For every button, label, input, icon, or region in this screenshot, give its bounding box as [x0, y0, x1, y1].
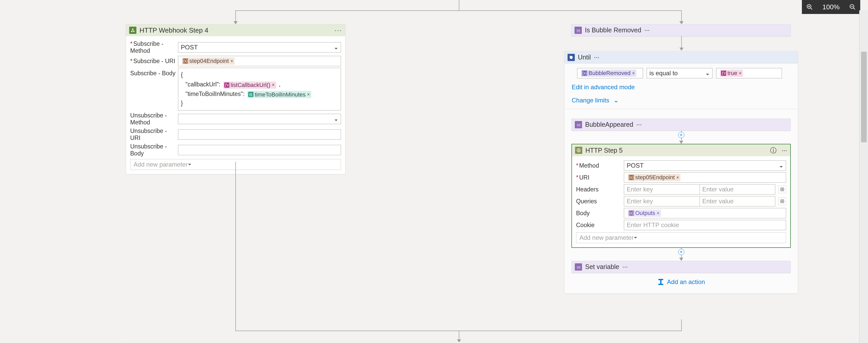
header-value-input[interactable]: Enter value [700, 184, 776, 195]
body-input[interactable]: {x}Outputs× [624, 208, 786, 218]
method-label: Method [579, 162, 599, 169]
unsubscribe-body-label: Unsubscribe - Body [130, 143, 167, 157]
info-icon[interactable]: ⓘ [770, 146, 777, 155]
timetoboil-chip[interactable]: ⧉timeToBoilInMinutes× [247, 91, 311, 98]
chevron-down-icon [779, 163, 783, 170]
card-menu-button[interactable]: ··· [622, 263, 628, 270]
is-bubble-removed-title: Is Bubble Removed [585, 26, 641, 34]
listcallbackurl-chip[interactable]: ƒxlistCallbackUrl()× [223, 82, 276, 89]
cookie-input[interactable]: Enter HTTP cookie [624, 220, 786, 230]
endpoint-chip[interactable]: {x}step04Endpoint× [182, 57, 235, 65]
add-action-link[interactable]: Add an action [667, 278, 705, 286]
header-key-input[interactable]: Enter key [624, 184, 700, 195]
insert-step-button[interactable]: + [678, 132, 684, 138]
chevron-down-icon [334, 45, 338, 52]
cookie-label: Cookie [576, 222, 595, 228]
chip-remove-icon[interactable]: × [676, 175, 679, 180]
until-container: Until ··· {x}BubbleRemoved× is equal to … [564, 51, 798, 294]
next-card-peek [121, 342, 798, 343]
variable-icon: {x} [575, 27, 582, 34]
outputs-chip[interactable]: {x}Outputs× [628, 209, 661, 217]
card-menu-button[interactable]: ··· [644, 26, 650, 34]
chip-remove-icon[interactable]: × [657, 210, 659, 216]
uri-label: URI [579, 174, 590, 181]
unsubscribe-method-label: Unsubscribe - Method [130, 112, 167, 126]
svg-rect-16 [658, 279, 663, 280]
svg-rect-17 [660, 280, 661, 284]
unsubscribe-uri-label: Unsubscribe - URI [130, 127, 167, 141]
chip-remove-icon[interactable]: × [272, 81, 275, 89]
bubble-appeared-title: BubbleAppeared [585, 121, 633, 128]
until-right-operand[interactable]: ƒxtrue× [716, 68, 782, 78]
method-select[interactable]: POST [624, 161, 786, 171]
card-menu-button[interactable]: ··· [335, 26, 342, 34]
chevron-down-icon [188, 161, 192, 168]
card-menu-button[interactable]: ··· [594, 54, 599, 61]
unsubscribe-uri-input[interactable] [178, 129, 341, 140]
http-webhook-step4-card: HTTP Webhook Step 4 ··· *Subscribe - Met… [126, 24, 345, 174]
vertical-scrollbar[interactable] [859, 10, 868, 343]
subscribe-body-label: Subscribe - Body [130, 70, 176, 77]
http-icon [575, 147, 582, 154]
http-webhook-step4-title: HTTP Webhook Step 4 [140, 26, 208, 34]
until-operator-select[interactable]: is equal to [647, 68, 712, 78]
is-bubble-removed-card[interactable]: {x} Is Bubble Removed ··· [571, 24, 791, 36]
svg-text:{x}: {x} [577, 265, 581, 269]
insert-step-button[interactable]: + [678, 249, 684, 255]
chevron-down-icon [334, 117, 338, 124]
until-title: Until [578, 54, 591, 61]
subscribe-uri-input[interactable]: {x}step04Endpoint× [178, 56, 341, 66]
set-variable-card[interactable]: {x} Set variable ··· [571, 261, 791, 273]
http-step5-title[interactable]: HTTP Step 5 [585, 147, 767, 154]
queries-label: Queries [576, 198, 597, 205]
svg-rect-14 [781, 200, 784, 203]
query-key-input[interactable]: Enter key [624, 196, 700, 206]
svg-rect-18 [658, 284, 663, 285]
switch-mode-button[interactable] [778, 185, 786, 193]
bubbleremoved-chip[interactable]: {x}BubbleRemoved× [581, 69, 636, 77]
chip-remove-icon[interactable]: × [230, 58, 233, 64]
edit-advanced-link[interactable]: Edit in advanced mode [572, 84, 635, 90]
card-menu-button[interactable]: ··· [636, 121, 642, 128]
subscribe-method-select[interactable]: POST [178, 42, 341, 53]
add-action-icon [657, 278, 664, 286]
chevron-down-icon: ⌄ [613, 96, 619, 104]
true-chip[interactable]: ƒxtrue× [720, 69, 743, 77]
variable-icon: {x} [575, 121, 582, 128]
set-variable-title: Set variable [585, 263, 619, 270]
unsubscribe-body-input[interactable] [178, 145, 341, 155]
svg-rect-13 [781, 188, 784, 191]
svg-line-1 [810, 8, 812, 9]
svg-line-5 [853, 8, 855, 9]
http-step5-card: HTTP Step 5 ⓘ ··· *Method POST *URI {x [571, 144, 791, 248]
add-new-parameter-select[interactable]: Add new parameter [576, 232, 786, 243]
variable-icon: {x} [575, 263, 582, 270]
zoom-level: 100% [823, 3, 840, 11]
change-limits-link[interactable]: Change limits [572, 97, 609, 104]
chip-remove-icon[interactable]: × [307, 91, 310, 98]
bubble-appeared-card[interactable]: {x} BubbleAppeared ··· [571, 118, 791, 131]
card-menu-button[interactable]: ··· [782, 147, 787, 154]
step05endpoint-chip[interactable]: {x}step05Endpoint× [628, 174, 680, 181]
query-value-input[interactable]: Enter value [700, 196, 776, 206]
subscribe-body-editor[interactable]: { "callbackUrl": ƒxlistCallbackUrl()× , … [178, 68, 341, 110]
subscribe-uri-label: Subscribe - URI [133, 58, 175, 64]
loop-icon [567, 54, 575, 61]
svg-text:{x}: {x} [577, 28, 580, 32]
zoom-in-icon[interactable] [804, 2, 815, 12]
switch-mode-button[interactable] [778, 197, 786, 205]
chip-remove-icon[interactable]: × [739, 70, 742, 76]
zoom-out-icon[interactable] [847, 2, 858, 12]
svg-text:{x}: {x} [577, 123, 581, 126]
chevron-down-icon [633, 234, 638, 241]
chip-remove-icon[interactable]: × [632, 70, 635, 76]
until-left-operand[interactable]: {x}BubbleRemoved× [577, 68, 643, 78]
headers-label: Headers [576, 186, 598, 193]
uri-input[interactable]: {x}step05Endpoint× [624, 172, 786, 182]
scrollbar-thumb[interactable] [861, 52, 867, 142]
chevron-down-icon [706, 71, 710, 78]
subscribe-method-label: Subscribe - Method [130, 40, 163, 54]
body-label: Body [576, 210, 590, 217]
unsubscribe-method-select[interactable] [178, 114, 341, 124]
webhook-icon [129, 27, 136, 34]
